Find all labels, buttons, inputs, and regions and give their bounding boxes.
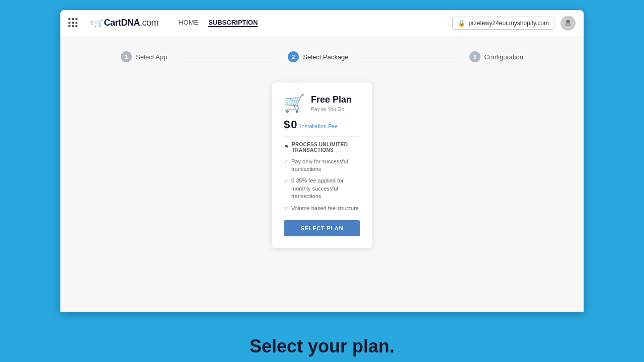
plan-subtitle: Pay as You Go	[311, 107, 352, 112]
step-3-label: Configuration	[485, 53, 523, 61]
flag-icon: ⚑	[284, 144, 289, 150]
plan-card-free: 🛒 Free Plan Pay as You Go $ 0 Installati…	[272, 82, 372, 248]
step-connector-2	[359, 57, 459, 57]
feature-text-1: Pay only for successful transactions	[291, 158, 360, 173]
cart-plan-icon: 🛒	[284, 95, 305, 112]
check-icon-1: ✓	[284, 158, 288, 165]
step-connector-1	[177, 57, 278, 57]
check-icon-2: ✓	[284, 177, 288, 184]
step-3: 3 Configuration	[469, 51, 523, 62]
app-logo: ≡ 🛒 CartDNA .com	[90, 18, 158, 28]
store-badge[interactable]: 🔒 przelewy24eur.myshopify.com	[452, 17, 554, 30]
feature-header: ⚑ PROCESS UNLIMITED TRANSACTIONS	[284, 142, 360, 153]
nav-bar: ≡ 🛒 CartDNA .com HOME SUBSCRIPTION 🔒 prz…	[60, 10, 584, 36]
check-icon-3: ✓	[284, 205, 288, 212]
grid-icon	[68, 18, 78, 28]
price-label: Installation Fee	[300, 123, 338, 129]
nav-left: ≡ 🛒 CartDNA .com HOME SUBSCRIPTION	[68, 18, 258, 28]
main-content: 1 Select App 2 Select Package 3 Configur…	[60, 36, 584, 312]
cards-container: 🛒 Free Plan Pay as You Go $ 0 Installati…	[80, 82, 564, 248]
feature-text-2: 0.35% fee applied for monthly successful…	[291, 177, 360, 200]
step-1-label: Select App	[136, 53, 167, 61]
feature-item-1: ✓ Pay only for successful transactions	[284, 158, 360, 173]
lock-icon: 🔒	[458, 20, 465, 27]
step-2: 2 Select Package	[288, 51, 348, 62]
feature-item-3: ✓ Volume based fee structure	[284, 205, 360, 212]
store-url: przelewy24eur.myshopify.com	[468, 20, 549, 27]
step-1: 1 Select App	[121, 51, 167, 62]
browser-window: ≡ 🛒 CartDNA .com HOME SUBSCRIPTION 🔒 prz…	[60, 10, 584, 312]
stepper: 1 Select App 2 Select Package 3 Configur…	[80, 51, 564, 62]
features-list: ✓ Pay only for successful transactions ✓…	[284, 158, 360, 212]
user-avatar[interactable]	[560, 16, 576, 31]
card-divider	[284, 136, 360, 137]
step-3-circle: 3	[469, 51, 480, 62]
nav-home[interactable]: HOME	[179, 19, 198, 27]
nav-links: HOME SUBSCRIPTION	[179, 19, 258, 27]
step-2-circle: 2	[288, 51, 299, 62]
feature-item-2: ✓ 0.35% fee applied for monthly successf…	[284, 177, 360, 200]
plan-title: Free Plan	[311, 95, 352, 106]
nav-subscription[interactable]: SUBSCRIPTION	[208, 19, 258, 27]
nav-right: 🔒 przelewy24eur.myshopify.com	[452, 16, 576, 31]
card-header: 🛒 Free Plan Pay as You Go	[284, 95, 360, 112]
feature-header-text: PROCESS UNLIMITED TRANSACTIONS	[292, 142, 360, 153]
feature-text-3: Volume based fee structure	[291, 205, 359, 212]
bottom-caption: Select your plan.	[0, 326, 644, 362]
step-1-circle: 1	[121, 51, 132, 62]
price-amount: 0	[291, 118, 297, 131]
select-plan-button[interactable]: SELECT PLAN	[284, 220, 360, 236]
step-2-label: Select Package	[303, 53, 348, 61]
price-symbol: $	[284, 118, 290, 131]
price-line: $ 0 Installation Fee	[284, 118, 360, 131]
